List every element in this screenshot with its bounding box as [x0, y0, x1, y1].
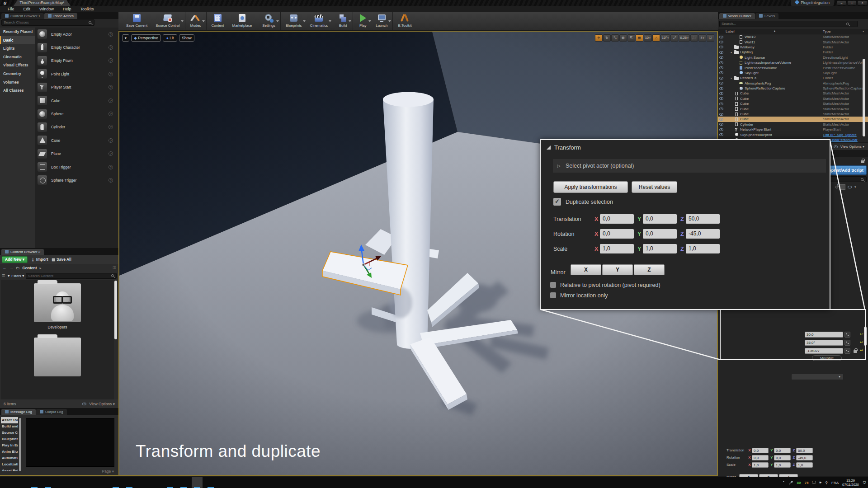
visibility-eye-icon[interactable] [719, 108, 723, 110]
outliner-row[interactable]: PostProcessVolume PostProcessVolume [718, 65, 868, 70]
outliner-row[interactable]: Light Source DirectionalLight [718, 55, 868, 60]
grid-snap-value[interactable]: 10 [644, 34, 652, 42]
place-actor-item[interactable]: Cube ? [35, 94, 118, 107]
outliner-row[interactable]: Cube StaticMeshActor [718, 117, 868, 122]
outliner-row[interactable]: Cylinder StaticMeshActor [718, 122, 868, 127]
toolbar-button[interactable]: Play [353, 12, 372, 30]
outliner-row[interactable]: Wall11 StaticMeshActor [718, 39, 868, 44]
visibility-eye-icon[interactable] [719, 66, 723, 69]
scale-value[interactable]: ,135027 [805, 348, 843, 354]
folder-tile-developers[interactable]: Developers [24, 283, 91, 329]
place-actor-item[interactable]: Sphere ? [35, 107, 118, 120]
translation-y-input[interactable]: 0,0 [774, 448, 791, 453]
plugin-integration-tab[interactable]: PluginIntegration [791, 0, 834, 6]
notification-icon[interactable]: 🗨 [863, 481, 866, 485]
undo-icon[interactable]: ↩ [860, 348, 864, 353]
tab-world-outliner[interactable]: World Outliner [719, 13, 755, 19]
outliner-column-headers[interactable]: Label ▴ Type ▾ [718, 29, 868, 34]
rotation-snap-button[interactable]: △ [652, 34, 660, 42]
lock-icon[interactable]: ⚿ [113, 265, 116, 270]
place-actor-item[interactable]: Plane ? [35, 147, 118, 160]
category-item[interactable]: Lights [0, 44, 35, 53]
translation-z-input[interactable]: 50,0 [686, 214, 720, 224]
back-button[interactable]: ← [3, 266, 7, 270]
surface-snap-button[interactable]: ⇱ [627, 34, 635, 42]
visibility-eye-icon[interactable] [719, 97, 723, 100]
toolbar-button[interactable]: Build [333, 12, 352, 30]
menu-item[interactable]: Window [35, 7, 58, 11]
visibility-eye-icon[interactable] [719, 36, 723, 38]
log-category[interactable]: Source Co [1, 430, 18, 436]
outliner-row[interactable]: Cube StaticMeshActor [718, 91, 868, 96]
tab-place-actors[interactable]: Place Actors [44, 13, 77, 19]
tab-output-log[interactable]: Output Log [36, 409, 67, 415]
tab-levels[interactable]: Levels [755, 13, 778, 19]
cpu-meter[interactable]: 80 [797, 481, 801, 485]
scale-snap-value[interactable]: 0,25 [679, 34, 690, 42]
visibility-eye-icon[interactable] [719, 46, 723, 48]
link-icon[interactable]: ⚲ [825, 481, 828, 485]
place-actor-item[interactable]: Box Trigger ? [35, 160, 118, 174]
visibility-eye-icon[interactable] [719, 113, 723, 116]
taskbar-icon[interactable] [4, 479, 11, 486]
menu-item[interactable]: Edit [19, 7, 35, 11]
rotate-tool-button[interactable]: ↻ [603, 34, 611, 42]
rotation-x-input[interactable]: 0,0 [752, 455, 769, 460]
toolbar-button[interactable]: Content [206, 12, 228, 30]
taskbar-icon[interactable] [166, 479, 174, 486]
add-new-button[interactable]: Add New ▾ [2, 256, 28, 263]
rotation-value[interactable]: 35,0° [805, 340, 843, 346]
toolbar-button[interactable]: Save Current [122, 12, 151, 30]
place-actor-item[interactable]: Player Start ? [35, 81, 118, 94]
taskbar-icon[interactable] [58, 479, 65, 486]
taskbar-icon[interactable] [153, 479, 160, 486]
category-item[interactable]: All Classes [0, 86, 35, 95]
taskbar-icon[interactable] [17, 479, 24, 486]
mirror-y-button[interactable]: Y [602, 264, 633, 275]
clock[interactable]: 15:29 07/11/2020 [842, 479, 859, 487]
log-category[interactable]: Asset Reir [1, 468, 18, 471]
speaker-icon[interactable]: 🕪 [819, 480, 821, 485]
translation-x-input[interactable]: 0,0 [600, 214, 634, 224]
translation-y-input[interactable]: 0,0 [643, 214, 677, 224]
location-reset-icon[interactable] [844, 332, 850, 338]
visibility-eye-icon[interactable] [719, 118, 723, 121]
mirror-location-checkbox[interactable] [550, 292, 556, 298]
outliner-row[interactable]: Cube StaticMeshActor [718, 96, 868, 101]
details-dropdown[interactable] [791, 374, 844, 380]
location-value[interactable]: 30,0 [805, 332, 843, 338]
move-tool-button[interactable]: ✛ [595, 34, 603, 42]
scale-y-input[interactable]: 1,0 [643, 244, 677, 253]
place-actor-item[interactable]: Empty Actor ? [35, 28, 118, 41]
taskbar-icon[interactable] [193, 479, 201, 486]
outliner-row[interactable]: Cube StaticMeshActor [718, 112, 868, 117]
gpu-meter[interactable]: 75 [804, 481, 808, 485]
eye-filter-icon[interactable] [848, 186, 852, 188]
scrollbar[interactable] [19, 418, 21, 471]
taskbar-icon[interactable] [207, 479, 214, 486]
visibility-eye-icon[interactable] [719, 87, 723, 90]
apply-transformations-button[interactable]: Apply transformations [553, 181, 628, 193]
taskbar-icon[interactable] [139, 479, 146, 486]
category-item[interactable]: Recently Placed [0, 28, 35, 36]
outliner-row[interactable]: Walkway Folder [718, 45, 868, 50]
log-category[interactable]: Asset Too [1, 417, 18, 423]
rotation-snap-value[interactable]: 10° [660, 34, 670, 42]
toolbar-button[interactable]: Source Control [151, 12, 184, 30]
rotation-y-input[interactable]: 0,0 [643, 229, 677, 239]
taskbar-icon[interactable] [71, 479, 79, 486]
rotation-y-input[interactable]: 0,0 [774, 455, 791, 460]
visibility-eye-icon[interactable] [719, 128, 723, 131]
toolbar-button[interactable]: Settings [257, 12, 279, 30]
outliner-row[interactable]: SkySphereBlueprint Edit BP_Sky_Sphere [718, 132, 868, 137]
category-item[interactable]: Visual Effects [0, 61, 35, 70]
taskbar-icon[interactable] [180, 479, 187, 486]
place-actor-item[interactable]: Point Light ? [35, 67, 118, 80]
search-classes-input[interactable]: Search Classes [1, 19, 94, 26]
collapse-triangle-icon[interactable] [547, 145, 551, 150]
relative-pivot-checkbox[interactable] [550, 282, 556, 288]
toolbar-button[interactable]: Modes [185, 12, 205, 30]
mobility-movable-button[interactable]: Movable [812, 355, 842, 361]
viewport-options-button[interactable]: ▾ [122, 34, 129, 42]
outliner-row[interactable]: ▾RenderFX Folder [718, 75, 868, 80]
